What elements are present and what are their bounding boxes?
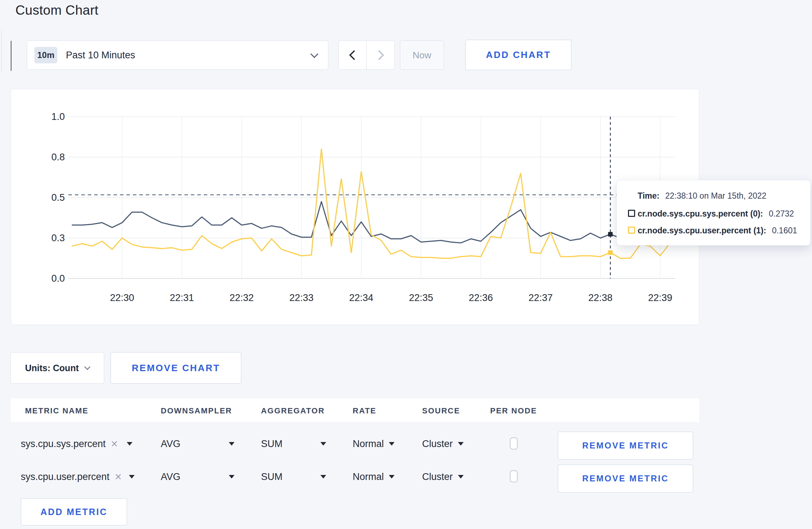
caret-down-icon	[229, 475, 235, 479]
time-range-arrows	[338, 40, 395, 70]
aggregator-select[interactable]: SUM	[261, 433, 326, 455]
aggregator-value: SUM	[261, 438, 282, 450]
tooltip-series-row: cr.node.sys.cpu.sys.percent (0):0.2732	[638, 209, 794, 219]
time-range-badge: 10m	[34, 47, 57, 63]
left-edge-divider	[1, 30, 2, 72]
x-tick-label: 22:37	[528, 292, 553, 303]
caret-down-icon	[127, 442, 132, 446]
series-line	[72, 149, 670, 258]
chevron-left-icon	[349, 50, 359, 60]
units-dropdown[interactable]: Units: Count	[10, 352, 104, 384]
col-header-downsampler: DOWNSAMPLER	[161, 406, 232, 416]
time-selector-accent-divider	[11, 41, 11, 71]
add-chart-button[interactable]: ADD CHART	[465, 40, 571, 70]
x-tick-label: 22:34	[349, 292, 373, 303]
metric-name-value: sys.cpu.user.percent	[21, 471, 110, 482]
col-header-metric-name: METRIC NAME	[25, 406, 88, 416]
series-yellow-swatch-icon	[628, 227, 635, 234]
rate-select[interactable]: Normal	[353, 433, 395, 455]
x-tick-label: 22:33	[289, 292, 314, 303]
rate-select[interactable]: Normal	[353, 466, 395, 487]
per-node-checkbox[interactable]	[510, 437, 518, 450]
y-tick-label: 0.0	[51, 273, 65, 284]
hover-point-marker	[608, 250, 613, 255]
source-select[interactable]: Cluster	[422, 466, 464, 487]
chart-card: 0.00.30.50.81.022:3022:3122:3222:3322:34…	[11, 89, 699, 325]
source-value: Cluster	[422, 471, 453, 482]
add-metric-button[interactable]: ADD METRIC	[21, 498, 127, 525]
caret-down-icon	[320, 442, 326, 446]
caret-down-icon	[389, 442, 395, 446]
x-tick-label: 22:35	[409, 292, 433, 303]
x-tick-label: 22:31	[170, 292, 194, 303]
caret-down-icon	[320, 475, 326, 479]
remove-metric-button[interactable]: REMOVE METRIC	[558, 432, 693, 460]
caret-down-icon	[129, 475, 135, 479]
col-header-rate: RATE	[353, 406, 376, 416]
chevron-down-icon	[310, 50, 319, 58]
series-line	[72, 202, 670, 243]
y-tick-label: 0.5	[51, 192, 65, 203]
time-range-label: Past 10 Minutes	[66, 50, 135, 61]
downsampler-value: AVG	[161, 438, 180, 450]
rate-value: Normal	[353, 438, 384, 450]
metric-name-select[interactable]: sys.cpu.sys.percent ✕	[21, 433, 132, 455]
units-label: Units: Count	[25, 363, 79, 373]
source-value: Cluster	[422, 438, 453, 450]
page-title: Custom Chart	[15, 3, 98, 18]
tooltip-time-row: Time:22:38:10 on Mar 15th, 2022	[638, 191, 767, 201]
tooltip-series-row: cr.node.sys.cpu.user.percent (1):0.1601	[638, 226, 797, 236]
tooltip-series-label: cr.node.sys.cpu.sys.percent (0):	[638, 209, 763, 218]
chevron-right-icon	[374, 50, 384, 60]
hover-point-marker	[608, 232, 613, 237]
caret-down-icon	[458, 442, 464, 446]
chart-hover-tooltip: Time:22:38:10 on Mar 15th, 2022 cr.node.…	[617, 180, 811, 246]
remove-chart-button[interactable]: REMOVE CHART	[111, 352, 241, 384]
y-tick-label: 0.8	[51, 152, 65, 162]
source-select[interactable]: Cluster	[422, 433, 464, 455]
next-range-button[interactable]	[367, 41, 395, 69]
tooltip-time-value: 22:38:10 on Mar 15th, 2022	[665, 191, 767, 200]
x-tick-label: 22:32	[229, 292, 254, 303]
metric-name-select[interactable]: sys.cpu.user.percent ✕	[21, 466, 135, 487]
caret-down-icon	[229, 442, 235, 446]
series-blue-swatch-icon	[628, 210, 635, 217]
remove-metric-button[interactable]: REMOVE METRIC	[558, 465, 693, 492]
x-tick-label: 22:38	[588, 292, 613, 303]
tooltip-series-label: cr.node.sys.cpu.user.percent (1):	[638, 226, 766, 235]
metrics-line-chart[interactable]: 0.00.30.50.81.022:3022:3122:3222:3322:34…	[11, 89, 699, 325]
aggregator-select[interactable]: SUM	[261, 466, 326, 487]
time-range-dropdown[interactable]: 10m Past 10 Minutes	[27, 40, 328, 70]
downsampler-value: AVG	[161, 471, 180, 482]
clear-metric-icon[interactable]: ✕	[115, 472, 122, 482]
tooltip-time-label: Time:	[638, 191, 659, 200]
rate-value: Normal	[353, 471, 384, 482]
aggregator-value: SUM	[261, 471, 282, 482]
downsampler-select[interactable]: AVG	[161, 466, 235, 487]
chevron-down-icon	[84, 364, 90, 370]
caret-down-icon	[458, 475, 464, 479]
y-tick-label: 1.0	[51, 111, 65, 122]
downsampler-select[interactable]: AVG	[161, 433, 235, 455]
metric-name-value: sys.cpu.sys.percent	[21, 438, 106, 450]
x-tick-label: 22:36	[469, 292, 493, 303]
prev-range-button[interactable]	[339, 41, 367, 69]
col-header-aggregator: AGGREGATOR	[261, 406, 325, 416]
x-tick-label: 22:39	[648, 292, 672, 303]
metrics-table-header: METRIC NAME DOWNSAMPLER AGGREGATOR RATE …	[11, 398, 699, 422]
x-tick-label: 22:30	[110, 292, 134, 303]
now-button[interactable]: Now	[400, 40, 444, 70]
y-tick-label: 0.3	[51, 233, 65, 243]
col-header-source: SOURCE	[422, 406, 460, 416]
per-node-checkbox[interactable]	[510, 470, 518, 482]
col-header-per-node: PER NODE	[490, 406, 537, 416]
caret-down-icon	[389, 475, 395, 479]
tooltip-series-value: 0.2732	[769, 209, 794, 218]
clear-metric-icon[interactable]: ✕	[111, 439, 118, 449]
tooltip-series-value: 0.1601	[772, 226, 797, 235]
